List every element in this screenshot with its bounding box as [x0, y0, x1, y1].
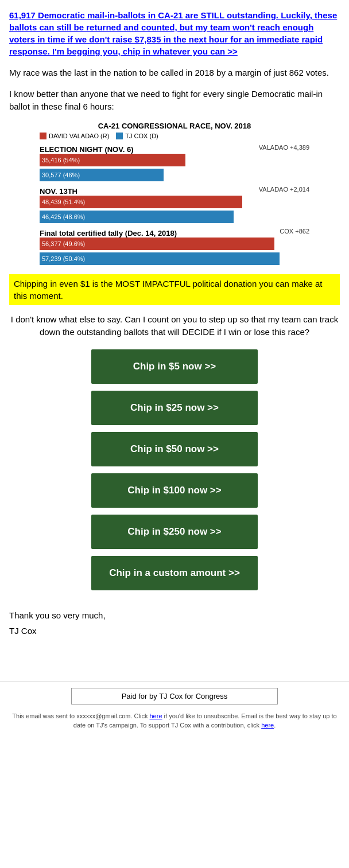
bar-row-0-1: 30,577 (46%): [40, 169, 309, 181]
footer-divider: [0, 682, 349, 682]
chart-section-1: NOV. 13TH VALADAO +2,014: [40, 186, 309, 196]
legend-item-d: TJ COX (D): [116, 133, 158, 139]
footer-email-text: This email was sent to xxxxxx@gmail.com.…: [12, 713, 149, 719]
bar-fill-1-0: 48,439 (51.4%): [40, 196, 242, 208]
section-label-0: ELECTION NIGHT (NOV. 6): [40, 145, 133, 154]
bar-track-1-1: 46,425 (48.6%): [40, 211, 309, 223]
chart-legend: DAVID VALADAO (R) TJ COX (D): [40, 133, 309, 139]
section-label-2: Final total certified tally (Dec. 14, 20…: [40, 229, 177, 238]
bar-row-2-0: 56,377 (49.6%): [40, 238, 309, 250]
headline-link[interactable]: 61,917 Democratic mail-in-ballots in CA-…: [9, 9, 340, 57]
legend-label-r: DAVID VALADAO (R): [49, 133, 109, 139]
buttons-container: Chip in $5 now >> Chip in $25 now >> Chi…: [9, 349, 340, 597]
section-note-1: VALADAO +2,014: [259, 186, 309, 193]
section-label-1: NOV. 13TH: [40, 187, 77, 196]
chip-custom-button[interactable]: Chip in a custom amount >>: [91, 556, 258, 590]
bar-track-0-0: 35,416 (54%): [40, 154, 309, 166]
footer-text: This email was sent to xxxxxx@gmail.com.…: [0, 711, 349, 742]
section-note-2: COX +862: [280, 228, 309, 235]
chart-title: CA-21 CONGRESSIONAL RACE, NOV. 2018: [40, 122, 309, 130]
chip-100-button[interactable]: Chip in $100 now >>: [91, 473, 258, 508]
chart-section-0: ELECTION NIGHT (NOV. 6) VALADAO +4,389: [40, 144, 309, 154]
para1: My race was the last in the nation to be…: [9, 67, 340, 80]
bar-fill-2-0: 56,377 (49.6%): [40, 238, 274, 250]
highlight-box: Chipping in even $1 is the MOST IMPACTFU…: [9, 274, 340, 305]
section-note-0: VALADAO +4,389: [259, 144, 309, 151]
legend-item-r: DAVID VALADAO (R): [40, 133, 109, 139]
chip-25-button[interactable]: Chip in $25 now >>: [91, 391, 258, 425]
center-para: I don't know what else to say. Can I cou…: [9, 313, 340, 339]
footer-here1-link[interactable]: here: [150, 713, 162, 719]
bar-row-1-0: 48,439 (51.4%): [40, 196, 309, 208]
footer-here2-link[interactable]: here: [261, 722, 274, 729]
chip-50-button[interactable]: Chip in $50 now >>: [91, 432, 258, 466]
bar-track-0-1: 30,577 (46%): [40, 169, 309, 181]
chip-250-button[interactable]: Chip in $250 now >>: [91, 515, 258, 549]
legend-label-d: TJ COX (D): [125, 133, 158, 139]
bar-fill-0-1: 30,577 (46%): [40, 169, 164, 181]
bar-track-2-1: 57,239 (50.4%): [40, 252, 309, 265]
thank-you-text: Thank you so very much,: [9, 609, 340, 622]
chart-section-2: Final total certified tally (Dec. 14, 20…: [40, 228, 309, 238]
bar-fill-0-0: 35,416 (54%): [40, 154, 185, 166]
bar-track-2-0: 56,377 (49.6%): [40, 238, 309, 250]
bar-row-2-1: 57,239 (50.4%): [40, 252, 309, 265]
chart: CA-21 CONGRESSIONAL RACE, NOV. 2018 DAVI…: [40, 122, 309, 265]
bar-row-0-0: 35,416 (54%): [40, 154, 309, 166]
para2: I know better than anyone that we need t…: [9, 88, 340, 114]
bar-track-1-0: 48,439 (51.4%): [40, 196, 309, 208]
paid-for-box: Paid for by TJ Cox for Congress: [71, 688, 278, 704]
legend-color-d: [116, 133, 123, 139]
signature-text: TJ Cox: [9, 626, 340, 636]
bar-fill-1-1: 46,425 (48.6%): [40, 211, 234, 223]
bar-fill-2-1: 57,239 (50.4%): [40, 252, 280, 265]
footer-period: .: [274, 722, 276, 729]
legend-color-r: [40, 133, 46, 139]
bar-row-1-1: 46,425 (48.6%): [40, 211, 309, 223]
chip-5-button[interactable]: Chip in $5 now >>: [91, 349, 258, 384]
